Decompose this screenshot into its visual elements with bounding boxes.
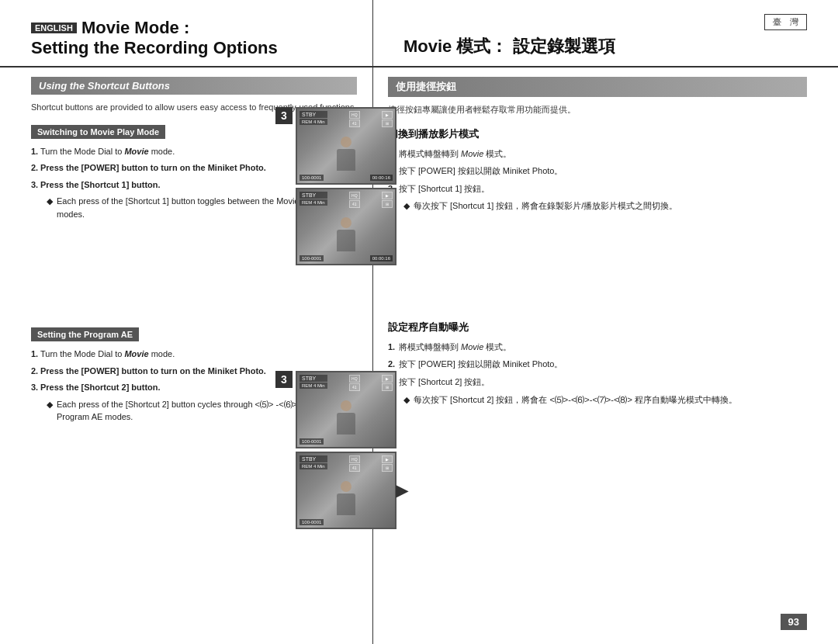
movie-mode-title: Movie Mode :: [81, 18, 189, 38]
right-step-2-2: 按下 [POWER] 按鈕以開啟 Miniket Photo。: [388, 358, 807, 372]
right-subsection2: 設定程序自動曝光 將模式轉盤轉到 Movie 模式。 按下 [POWER] 按鈕…: [388, 320, 807, 407]
right-step-1-1: 將模式轉盤轉到 Movie 模式。: [388, 147, 807, 161]
right-subsection1: 切換到播放影片模式 將模式轉盤轉到 Movie 模式。 按下 [POWER] 按…: [388, 127, 807, 213]
subsection2-title: Setting the Program AE: [31, 327, 139, 341]
cam-counter-1: 100-0001: [300, 175, 324, 181]
right-subsection1-title: 切換到播放影片模式: [388, 127, 807, 141]
image-badge-bottom: 3: [275, 371, 293, 388]
cam-icon-3b: 41: [349, 383, 360, 391]
cam-icon-3d: ⊞: [382, 383, 393, 391]
cam-icon-4b: 41: [349, 464, 360, 472]
cam-counter-2: 100-0001: [300, 255, 324, 261]
chinese-title: Movie 模式： 設定錄製選項: [403, 35, 615, 58]
camera-arrow-icon: ▶: [396, 481, 407, 500]
right-subsection2-title: 設定程序自動曝光: [388, 320, 807, 334]
right-content: 使用捷徑按鈕 捷徑按鈕專屬讓使用者輕鬆存取常用功能而提供。 切換到播放影片模式 …: [372, 68, 807, 644]
camera-screen-3: STBY REM 4 Min HQ 41 ▶ ⊞: [296, 371, 396, 448]
right-step-2-3: 按下 [Shortcut 2] 按鈕。: [388, 376, 807, 390]
cam-icon-3a: HQ: [349, 375, 360, 383]
cam-rem-2: REM 4 Min: [300, 199, 327, 206]
header-area: ENGLISH Movie Mode : Setting the Recordi…: [0, 0, 838, 68]
cam-timer-2: 00:00:16: [370, 255, 393, 261]
right-step-1-2: 按下 [POWER] 按鈕以開啟 Miniket Photo。: [388, 164, 807, 178]
cam-stby-4: STBY: [300, 455, 327, 462]
right-step-list-2: 將模式轉盤轉到 Movie 模式。 按下 [POWER] 按鈕以開啟 Minik…: [388, 341, 807, 390]
title-line1: ENGLISH Movie Mode :: [31, 18, 388, 38]
cam-icon-2a: HQ: [349, 192, 360, 199]
page-number: 93: [781, 614, 807, 630]
right-header: 臺 灣 Movie 模式： 設定錄製選項: [388, 14, 807, 58]
cam-counter-3: 100-0001: [300, 438, 324, 445]
camera-screen-1: STBY REM 4 Min HQ 41 ▶ ⊞: [296, 107, 396, 185]
cam-rem-4: REM 4 Min: [300, 463, 327, 469]
cam-timer-1: 00:00:16: [370, 175, 393, 181]
cam-icon-2c: ▶: [382, 192, 393, 199]
page-container: ENGLISH Movie Mode : Setting the Recordi…: [0, 0, 838, 644]
right-image-spacer-1: [388, 227, 807, 320]
step-2-1: Turn the Mode Dial to Movie mode.: [31, 348, 357, 361]
taiwan-badge: 臺 灣: [764, 14, 807, 30]
cam-rem-3: REM 4 Min: [300, 383, 327, 389]
left-header: ENGLISH Movie Mode : Setting the Recordi…: [31, 18, 388, 58]
right-step-2-1: 將模式轉盤轉到 Movie 模式。: [388, 341, 807, 355]
cam-rem-1: REM 4 Min: [300, 119, 327, 125]
right-step-list-1: 將模式轉盤轉到 Movie 模式。 按下 [POWER] 按鈕以開啟 Minik…: [388, 147, 807, 196]
cam-icon-1c: ▶: [382, 111, 393, 119]
camera-screen-2: STBY REM 4 Min HQ 41 ▶ ⊞: [296, 188, 396, 265]
camera-screen-4: STBY REM 4 Min HQ 41 ▶ ⊞: [296, 452, 396, 529]
right-bullet-2: 每次按下 [Shortcut 2] 按鈕，將會在 <⑸>-<⑹>-<⑺>-<⑻>…: [388, 393, 807, 407]
cam-icon-4c: ▶: [382, 455, 393, 463]
cam-icon-4d: ⊞: [382, 464, 393, 472]
cam-icon-2d: ⊞: [382, 200, 393, 208]
cam-stby-3: STBY: [300, 375, 327, 382]
images-bottom-group: 3 STBY REM 4 Min HQ 41 ▶: [275, 371, 396, 529]
cam-stby-2: STBY: [300, 192, 327, 199]
title-line2: Setting the Recording Options: [31, 38, 388, 58]
cam-icon-1a: HQ: [349, 111, 360, 119]
images-top-group: 3 STBY REM 4 Min HQ 41: [275, 107, 396, 265]
cam-icon-1b: 41: [349, 119, 360, 127]
right-bullet-1: 每次按下 [Shortcut 1] 按鈕，將會在錄製影片/播放影片模式之間切換。: [388, 199, 807, 213]
vertical-divider: [372, 0, 373, 644]
cam-stby-1: STBY: [300, 111, 327, 118]
cam-icon-2b: 41: [349, 200, 360, 208]
english-badge: ENGLISH: [31, 23, 77, 33]
subsection1-title: Switching to Movie Play Mode: [31, 125, 165, 139]
image-badge-top: 3: [275, 107, 293, 124]
left-section-header: Using the Shortcut Buttons: [31, 77, 357, 95]
cam-icon-3c: ▶: [382, 375, 393, 383]
right-section-header: 使用捷徑按鈕: [388, 77, 807, 97]
cam-icon-4a: HQ: [349, 455, 360, 463]
cam-icon-1d: ⊞: [382, 119, 393, 127]
right-intro-text: 捷徑按鈕專屬讓使用者輕鬆存取常用功能而提供。: [388, 103, 807, 116]
right-step-1-3: 按下 [Shortcut 1] 按鈕。: [388, 182, 807, 196]
cam-counter-4: 100-0001: [300, 519, 324, 525]
main-content: Using the Shortcut Buttons Shortcut butt…: [0, 68, 838, 644]
camera-screen-4-wrapper: STBY REM 4 Min HQ 41 ▶ ⊞: [296, 452, 396, 529]
